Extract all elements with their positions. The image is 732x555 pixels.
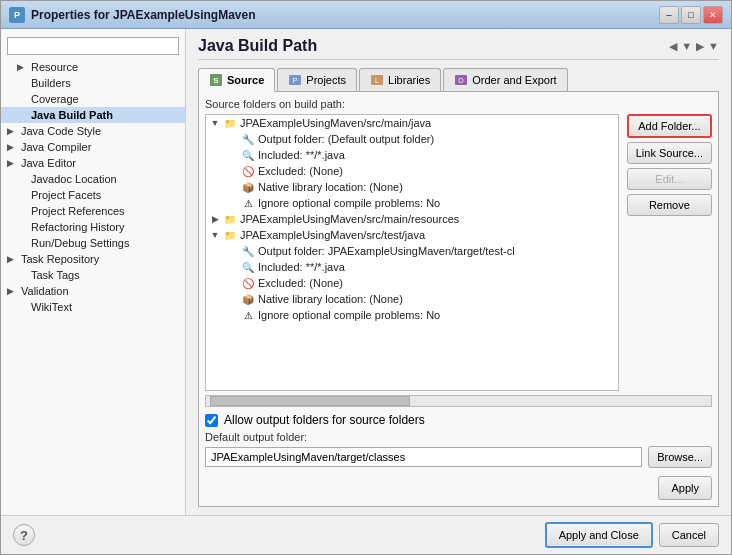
tree-item-2[interactable]: 🔍 Included: **/*.java [206,147,618,163]
sidebar-item-label: Run/Debug Settings [31,237,129,249]
title-bar-title: Properties for JPAExampleUsingMaven [31,8,256,22]
cancel-button[interactable]: Cancel [659,523,719,547]
sidebar-item-validation[interactable]: ▶ Validation [1,283,185,299]
tree-item-11[interactable]: 📦 Native library location: (None) [206,291,618,307]
expand-arrow-4 [228,182,238,192]
tab-libraries[interactable]: L Libraries [359,68,441,91]
tab-source[interactable]: S Source [198,68,275,92]
sidebar-item-javadoc-location[interactable]: Javadoc Location [1,171,185,187]
tree-text-0: JPAExampleUsingMaven/src/main/java [240,117,431,129]
apply-button[interactable]: Apply [658,476,712,500]
sidebar-item-resource[interactable]: ▶ Resource [1,59,185,75]
expand-arrow-12 [228,310,238,320]
output-folder-input[interactable] [205,447,642,467]
help-button[interactable]: ? [13,524,35,546]
sidebar-item-java-build-path[interactable]: Java Build Path [1,107,185,123]
tab-order-export[interactable]: O Order and Export [443,68,567,91]
tree-item-8[interactable]: 🔧 Output folder: JPAExampleUsingMaven/ta… [206,243,618,259]
nav-back-button[interactable]: ◀ [669,40,677,53]
tree-item-4[interactable]: 📦 Native library location: (None) [206,179,618,195]
tree-item-10[interactable]: 🚫 Excluded: (None) [206,275,618,291]
src-folder-icon-0: 📁 [223,116,237,130]
resource-arrow: ▶ [17,62,27,72]
sidebar-item-builders[interactable]: Builders [1,75,185,91]
tab-order-label: Order and Export [472,74,556,86]
sidebar-item-coverage[interactable]: Coverage [1,91,185,107]
sidebar-item-label: Java Compiler [21,141,91,153]
panel-title: Java Build Path ◀ ▼ ▶ ▼ [198,37,719,60]
link-source-button[interactable]: Link Source... [627,142,712,164]
sidebar-item-run-debug[interactable]: Run/Debug Settings [1,235,185,251]
resource-folder-icon-6: 📁 [223,212,237,226]
panel-nav: ◀ ▼ ▶ ▼ [669,40,719,53]
sidebar-item-refactoring-history[interactable]: Refactoring History [1,219,185,235]
sidebar-item-java-code-style[interactable]: ▶ Java Code Style [1,123,185,139]
tree-text-12: Ignore optional compile problems: No [258,309,440,321]
source-tab-icon: S [209,73,223,87]
expand-arrow-3 [228,166,238,176]
tree-text-5: Ignore optional compile problems: No [258,197,440,209]
run-debug-arrow [17,238,27,248]
sidebar-item-label: Coverage [31,93,79,105]
native-icon-4: 📦 [241,180,255,194]
right-panel: Java Build Path ◀ ▼ ▶ ▼ S Source [186,29,731,515]
sidebar-item-project-facets[interactable]: Project Facets [1,187,185,203]
sidebar-item-label: Builders [31,77,71,89]
tree-text-8: Output folder: JPAExampleUsingMaven/targ… [258,245,515,257]
expand-arrow-0: ▼ [210,118,220,128]
maximize-button[interactable]: □ [681,6,701,24]
sidebar-item-task-tags[interactable]: Task Tags [1,267,185,283]
expand-arrow-9 [228,262,238,272]
tree-text-7: JPAExampleUsingMaven/src/test/java [240,229,425,241]
libraries-tab-icon: L [370,73,384,87]
sidebar-item-java-compiler[interactable]: ▶ Java Compiler [1,139,185,155]
title-bar-controls: – □ ✕ [659,6,723,24]
tree-area[interactable]: ▼ 📁 JPAExampleUsingMaven/src/main/java 🔧… [205,114,619,391]
add-folder-button[interactable]: Add Folder... [627,114,712,138]
sidebar-item-java-editor[interactable]: ▶ Java Editor [1,155,185,171]
dialog: P Properties for JPAExampleUsingMaven – … [0,0,732,555]
nav-forward-button[interactable]: ▶ [696,40,704,53]
minimize-button[interactable]: – [659,6,679,24]
nav-forward-dropdown-button[interactable]: ▼ [708,40,719,52]
edit-button[interactable]: Edit... [627,168,712,190]
apply-and-close-button[interactable]: Apply and Close [545,522,653,548]
nav-dropdown-button[interactable]: ▼ [681,40,692,52]
java-editor-arrow: ▶ [7,158,17,168]
src-folder-icon-7: 📁 [223,228,237,242]
ignore-icon-12: ⚠ [241,308,255,322]
browse-button[interactable]: Browse... [648,446,712,468]
tabs: S Source P Projects L Libraries [198,68,719,92]
horizontal-scrollbar[interactable] [205,395,712,407]
tree-item-0[interactable]: ▼ 📁 JPAExampleUsingMaven/src/main/java [206,115,618,131]
remove-button[interactable]: Remove [627,194,712,216]
title-bar: P Properties for JPAExampleUsingMaven – … [1,1,731,29]
tree-item-1[interactable]: 🔧 Output folder: (Default output folder) [206,131,618,147]
default-output-label: Default output folder: [205,431,712,443]
java-compiler-arrow: ▶ [7,142,17,152]
sidebar-item-label: Java Code Style [21,125,101,137]
output-icon-8: 🔧 [241,244,255,258]
tree-item-3[interactable]: 🚫 Excluded: (None) [206,163,618,179]
expand-arrow-11 [228,294,238,304]
expand-arrow-6: ▶ [210,214,220,224]
wikitext-arrow [17,302,27,312]
tab-projects-label: Projects [306,74,346,86]
tree-item-12[interactable]: ⚠ Ignore optional compile problems: No [206,307,618,323]
sidebar-item-wikitext[interactable]: WikiText [1,299,185,315]
tree-item-7[interactable]: ▼ 📁 JPAExampleUsingMaven/src/test/java [206,227,618,243]
content-area: Source folders on build path: ▼ 📁 JPAExa… [198,92,719,507]
tree-item-6[interactable]: ▶ 📁 JPAExampleUsingMaven/src/main/resour… [206,211,618,227]
close-button[interactable]: ✕ [703,6,723,24]
sidebar-item-project-references[interactable]: Project References [1,203,185,219]
tab-projects[interactable]: P Projects [277,68,357,91]
native-icon-11: 📦 [241,292,255,306]
projects-tab-icon: P [288,73,302,87]
allow-output-checkbox[interactable] [205,414,218,427]
scrollbar-thumb[interactable] [210,396,410,406]
task-repository-arrow: ▶ [7,254,17,264]
sidebar-item-task-repository[interactable]: ▶ Task Repository [1,251,185,267]
tree-item-9[interactable]: 🔍 Included: **/*.java [206,259,618,275]
sidebar-search-input[interactable] [7,37,179,55]
tree-item-5[interactable]: ⚠ Ignore optional compile problems: No [206,195,618,211]
